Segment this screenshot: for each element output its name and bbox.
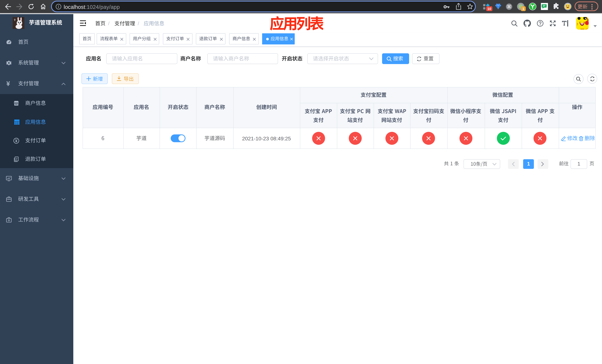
- svg-text:⌘: ⌘: [507, 4, 511, 9]
